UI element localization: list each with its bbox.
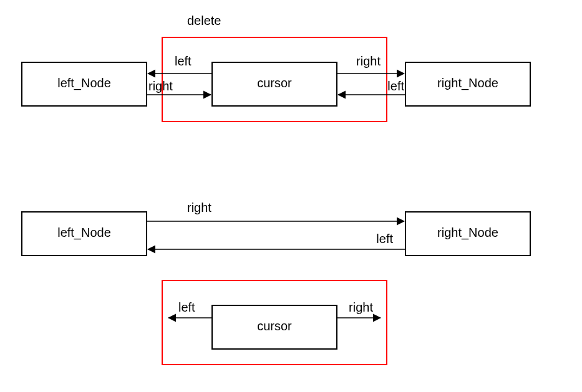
ptr-leftnode-right-label-top: right bbox=[148, 79, 173, 93]
cursor-label-bottom: cursor bbox=[257, 319, 292, 333]
ptr-cursor-left-label-top: left bbox=[175, 54, 192, 68]
left-node-label-top: left_Node bbox=[57, 76, 111, 90]
delete-label: delete bbox=[187, 14, 221, 27]
ptr-rightnode-left-label-bottom: left bbox=[376, 232, 393, 246]
ptr-rightnode-left-label-top: left bbox=[387, 79, 404, 93]
ptr-cursor-left-label-bottom: left bbox=[178, 300, 195, 314]
right-node-label-top: right_Node bbox=[437, 76, 498, 90]
ptr-cursor-right-label-bottom: right bbox=[349, 300, 373, 314]
cursor-label-top: cursor bbox=[257, 76, 292, 90]
ptr-leftnode-right-label-bottom: right bbox=[187, 201, 211, 214]
ptr-cursor-right-label-top: right bbox=[356, 54, 381, 68]
left-node-label-bottom: left_Node bbox=[57, 226, 111, 240]
right-node-label-bottom: right_Node bbox=[437, 226, 498, 240]
